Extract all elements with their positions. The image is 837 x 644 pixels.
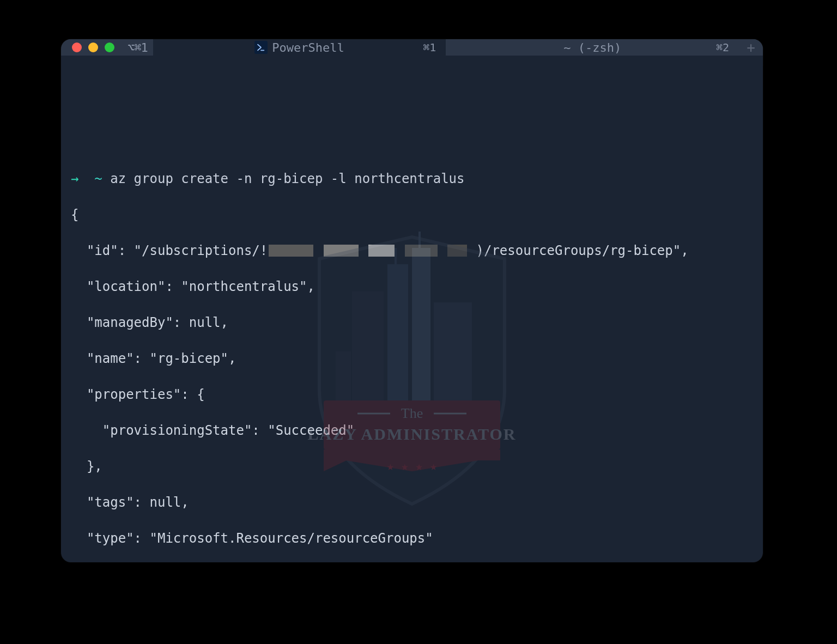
- output-line: "name": "rg-bicep",: [61, 350, 763, 368]
- terminal-viewport[interactable]: The LAZY ADMINISTRATOR ★ ★ ★ ★ → ~ az gr…: [61, 56, 763, 562]
- output-line: "properties": {: [61, 386, 763, 404]
- output-line: "type": "Microsoft.Resources/resourceGro…: [61, 530, 763, 548]
- output-line: "location": "northcentralus",: [61, 278, 763, 296]
- output-line: "managedBy": null,: [61, 314, 763, 332]
- redacted-block: [405, 245, 438, 257]
- output-line: {: [61, 206, 763, 224]
- redacted-block: [269, 245, 313, 257]
- hotkey-hint: ⌥⌘1: [128, 41, 148, 54]
- tab-shortcut: ⌘1: [423, 41, 436, 54]
- prompt-arrow-icon: →: [71, 171, 78, 186]
- output-line: "provisioningState": "Succeeded": [61, 422, 763, 440]
- watermark-text-the: The: [401, 405, 423, 421]
- minimize-button[interactable]: [88, 42, 98, 52]
- terminal-window: ⌥⌘1 PowerShell ⌘1 ~ (-zsh) ⌘2 +: [61, 39, 763, 562]
- tab-bar: PowerShell ⌘1 ~ (-zsh) ⌘2 +: [153, 39, 763, 56]
- titlebar: ⌥⌘1 PowerShell ⌘1 ~ (-zsh) ⌘2 +: [61, 39, 763, 56]
- add-tab-button[interactable]: +: [739, 39, 763, 56]
- output-line: "tags": null,: [61, 494, 763, 512]
- tab-label: ~ (-zsh): [563, 41, 621, 54]
- zoom-button[interactable]: [105, 42, 114, 52]
- redacted-block: [324, 245, 359, 257]
- powershell-icon: [254, 41, 268, 54]
- tab-shortcut: ⌘2: [716, 41, 729, 54]
- command-text: az group create -n rg-bicep -l northcent…: [110, 171, 464, 186]
- prompt-cwd: ~: [94, 171, 102, 186]
- tab-zsh[interactable]: ~ (-zsh) ⌘2: [446, 39, 739, 56]
- command-line: → ~ az group create -n rg-bicep -l north…: [61, 170, 763, 188]
- redacted-block: [447, 245, 467, 257]
- traffic-lights: [72, 42, 114, 52]
- output-line: },: [61, 458, 763, 476]
- close-button[interactable]: [72, 42, 82, 52]
- tab-powershell[interactable]: PowerShell ⌘1: [153, 39, 446, 56]
- redacted-block: [368, 245, 395, 257]
- output-line: "id": "/subscriptions/! )/resourceGroups…: [61, 242, 763, 260]
- tab-label: PowerShell: [272, 41, 344, 54]
